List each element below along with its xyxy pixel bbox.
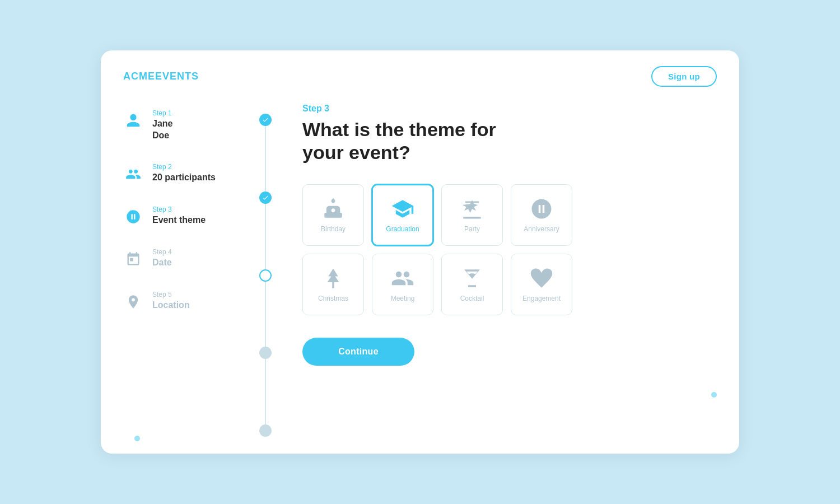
step4-label: Step 4: [152, 248, 172, 256]
decorative-dot-right: [711, 392, 717, 398]
decorative-dot-left: [134, 436, 140, 441]
theme-meeting[interactable]: Meeting: [372, 254, 433, 315]
step-indicator: Step 3: [302, 104, 717, 114]
theme-party[interactable]: Party: [441, 184, 503, 246]
party-label: Party: [464, 225, 480, 233]
logo-suffix: EVENTS: [155, 71, 199, 82]
step1-name: JaneDoe: [152, 118, 172, 142]
sidebar-item-step3: Step 3 Event theme: [123, 206, 269, 227]
birthday-label: Birthday: [321, 225, 346, 233]
theme-anniversary[interactable]: Anniversary: [511, 184, 572, 246]
theme-cocktail[interactable]: Cocktail: [441, 254, 503, 315]
graduation-label: Graduation: [386, 225, 419, 233]
svg-rect-0: [324, 213, 342, 218]
step5-label: Step 5: [152, 291, 190, 298]
main-title: What is the theme foryour event?: [302, 118, 717, 164]
christmas-icon: [321, 267, 345, 290]
group-icon: [123, 164, 143, 184]
sidebar-item-step5: Step 5 Location: [123, 291, 269, 312]
cocktail-icon: [460, 267, 484, 290]
meeting-label: Meeting: [391, 295, 415, 302]
step2-name: 20 participants: [152, 172, 216, 184]
timeline-dot-4: [259, 347, 272, 359]
timeline-dot-5: [259, 424, 272, 437]
theme-christmas[interactable]: Christmas: [302, 254, 364, 315]
calendar-icon: [123, 249, 143, 269]
step3-text: Step 3 Event theme: [152, 206, 206, 226]
step2-label: Step 2: [152, 163, 216, 171]
theme-engagement[interactable]: Engagement: [511, 254, 572, 315]
logo: ACMEEVENTS: [123, 71, 199, 82]
location-icon: [123, 292, 143, 312]
step5-text: Step 5 Location: [152, 291, 190, 311]
anniversary-icon: [530, 197, 553, 221]
party-bunting-icon: [460, 197, 484, 221]
main-content: Step 3 What is the theme foryour event? …: [269, 104, 717, 437]
body: Step 1 JaneDoe Step 2 20 participants: [101, 87, 739, 454]
meeting-icon: [391, 267, 414, 290]
step1-label: Step 1: [152, 109, 172, 117]
step2-text: Step 2 20 participants: [152, 163, 216, 184]
sidebar: Step 1 JaneDoe Step 2 20 participants: [123, 104, 269, 437]
continue-button[interactable]: Continue: [302, 338, 414, 366]
graduation-icon: [391, 197, 414, 221]
sidebar-item-step1: Step 1 JaneDoe: [123, 109, 269, 142]
party-icon: [123, 207, 143, 227]
cocktail-label: Cocktail: [460, 295, 484, 302]
step-list: Step 1 JaneDoe Step 2 20 participants: [123, 109, 269, 333]
main-card: ACMEEVENTS Sign up Step 1 JaneDoe: [101, 50, 739, 454]
person-icon: [123, 110, 143, 130]
theme-graduation[interactable]: Graduation: [372, 184, 433, 246]
sidebar-item-step4: Step 4 Date: [123, 248, 269, 269]
sidebar-item-step2: Step 2 20 participants: [123, 163, 269, 184]
step4-text: Step 4 Date: [152, 248, 172, 269]
step1-text: Step 1 JaneDoe: [152, 109, 172, 142]
step3-name: Event theme: [152, 214, 206, 226]
engagement-label: Engagement: [522, 295, 561, 302]
timeline-dot-3: [259, 269, 272, 282]
engagement-icon: [530, 267, 553, 290]
theme-grid: Birthday Graduation Party: [302, 184, 717, 315]
birthday-icon: [321, 197, 345, 221]
christmas-label: Christmas: [318, 295, 348, 302]
signup-button[interactable]: Sign up: [651, 66, 717, 87]
timeline: [260, 104, 271, 437]
theme-birthday[interactable]: Birthday: [302, 184, 364, 246]
timeline-dot-1: [259, 114, 272, 126]
header: ACMEEVENTS Sign up: [101, 50, 739, 87]
step4-name: Date: [152, 257, 172, 269]
step5-name: Location: [152, 300, 190, 311]
timeline-dot-2: [259, 192, 272, 204]
anniversary-label: Anniversary: [524, 225, 559, 233]
step3-label: Step 3: [152, 206, 206, 213]
logo-prefix: ACME: [123, 71, 155, 82]
